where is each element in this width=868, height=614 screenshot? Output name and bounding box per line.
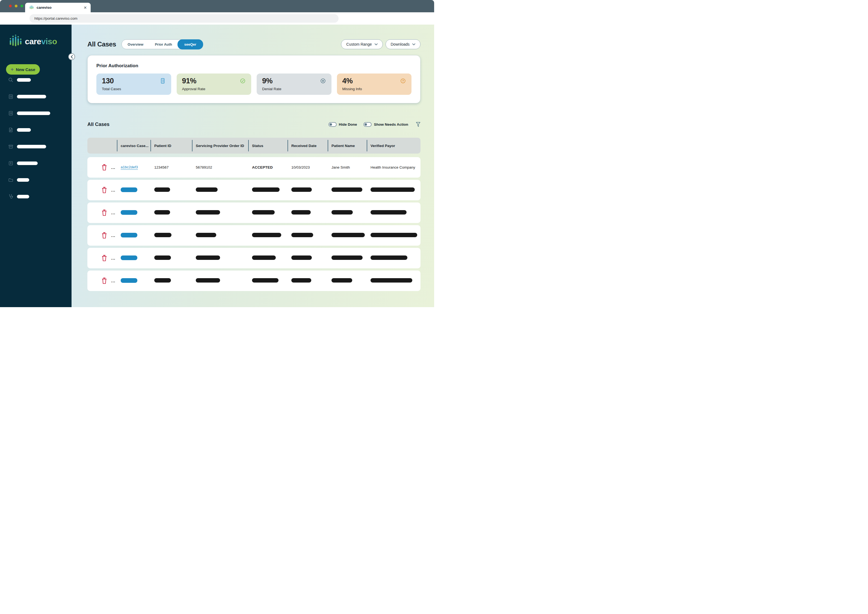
- show-needs-action-toggle[interactable]: [363, 122, 372, 127]
- column-actions: [87, 138, 117, 154]
- row-menu-ellipsis[interactable]: ...: [111, 233, 116, 238]
- cases-section-header: All Cases Hide Done Show Needs Action: [87, 120, 420, 129]
- redacted-value: [332, 187, 362, 192]
- redacted-value: [370, 233, 417, 237]
- row-menu-ellipsis[interactable]: ...: [111, 256, 116, 260]
- order-id-cell: 56789102: [192, 165, 248, 169]
- url-bar[interactable]: https://portal.careviso.com: [29, 14, 339, 23]
- browser-window: careviso ✕ https://portal.careviso.com c: [0, 0, 434, 307]
- redacted-value: [291, 187, 312, 192]
- table-row-redacted: ...: [87, 225, 420, 246]
- redacted-value: [291, 233, 313, 237]
- tab-seeqer[interactable]: seeQer: [177, 39, 203, 50]
- window-titlebar: careviso ✕: [0, 0, 434, 12]
- column-status: Status: [248, 138, 288, 154]
- sidebar: careviso + New Case: [0, 25, 71, 307]
- redacted-value: [370, 187, 415, 192]
- redacted-value: [154, 233, 172, 237]
- case-id-link[interactable]: a1bc2def3: [121, 165, 138, 170]
- check-circle-icon: [240, 78, 246, 84]
- careviso-favicon: [29, 5, 34, 10]
- sidebar-item-1[interactable]: [0, 76, 71, 84]
- sidebar-item-3[interactable]: [0, 109, 71, 117]
- redacted-label: [17, 195, 29, 198]
- question-circle-icon: ?: [400, 78, 406, 84]
- stat-missing-info: 4% ? Missing Info: [337, 73, 412, 95]
- header-actions: Custom Range Downloads: [341, 39, 420, 49]
- redacted-value: [252, 233, 281, 237]
- folder-icon: [8, 177, 13, 182]
- case-id-link-redacted[interactable]: [121, 210, 137, 215]
- clipboard-icon: [160, 78, 166, 84]
- zoom-window-button[interactable]: [20, 5, 23, 8]
- trash-icon[interactable]: [102, 232, 107, 239]
- row-menu-ellipsis[interactable]: ...: [111, 211, 116, 215]
- minimize-window-button[interactable]: [15, 5, 17, 8]
- redacted-value: [332, 233, 365, 237]
- patient-id-cell: 1234567: [150, 165, 192, 169]
- custom-range-dropdown[interactable]: Custom Range: [341, 39, 383, 49]
- redacted-value: [154, 278, 171, 283]
- column-patient-name: Patient Name: [328, 138, 367, 154]
- prior-auth-card: Prior Authorization 130 Total Cases 91%: [87, 55, 420, 103]
- received-date-cell: 10/03/2023: [288, 165, 328, 169]
- case-id-link-redacted[interactable]: [121, 278, 137, 283]
- redacted-value: [154, 210, 170, 215]
- file-text-icon: [8, 127, 13, 132]
- page-header: All Cases Overview Prior Auth seeQer Cus…: [87, 39, 420, 49]
- redacted-value: [252, 278, 279, 283]
- trash-icon[interactable]: [102, 164, 107, 171]
- redacted-label: [17, 128, 31, 132]
- new-case-button[interactable]: + New Case: [6, 64, 40, 75]
- svg-text:?: ?: [402, 79, 404, 82]
- sidebar-item-7[interactable]: [0, 176, 71, 183]
- sidebar-item-2[interactable]: [0, 93, 71, 100]
- row-menu-ellipsis[interactable]: ...: [111, 165, 116, 169]
- filter-button[interactable]: [416, 122, 420, 127]
- status-cell: ACCEPTED: [248, 165, 288, 169]
- clipboard-list-icon: [8, 111, 13, 116]
- redacted-value: [332, 278, 352, 283]
- tab-prior-auth[interactable]: Prior Auth: [149, 40, 178, 49]
- x-circle-icon: [320, 78, 326, 84]
- redacted-label: [17, 78, 31, 82]
- case-id-link-redacted[interactable]: [121, 187, 137, 192]
- redacted-value: [332, 255, 363, 260]
- archive-box-icon: [8, 144, 13, 149]
- redacted-label: [17, 95, 46, 98]
- column-verified-payor: Verified Payor: [367, 138, 420, 154]
- tab-overview[interactable]: Overview: [122, 40, 149, 49]
- redacted-value: [370, 278, 412, 283]
- case-id-link-redacted[interactable]: [121, 233, 137, 238]
- sidebar-item-8[interactable]: [0, 193, 71, 200]
- stat-tiles: 130 Total Cases 91% Approval Rate: [96, 73, 411, 95]
- redacted-value: [154, 187, 170, 192]
- redacted-value: [252, 210, 275, 215]
- careviso-logo: careviso: [9, 34, 71, 49]
- careviso-logomark-icon: [9, 34, 22, 49]
- trash-icon[interactable]: [102, 255, 107, 261]
- case-id-link-redacted[interactable]: [121, 255, 137, 260]
- column-received-date: Received Date: [288, 138, 328, 154]
- row-menu-ellipsis[interactable]: ...: [111, 188, 116, 192]
- browser-tab[interactable]: careviso ✕: [25, 3, 91, 12]
- url-text: https://portal.careviso.com: [34, 16, 78, 20]
- redacted-value: [196, 187, 218, 192]
- trash-icon[interactable]: [102, 277, 107, 284]
- sidebar-item-5[interactable]: [0, 143, 71, 150]
- row-menu-ellipsis[interactable]: ...: [111, 279, 116, 283]
- sidebar-item-6[interactable]: [0, 159, 71, 167]
- downloads-dropdown[interactable]: Downloads: [386, 39, 420, 49]
- sidebar-item-4[interactable]: [0, 126, 71, 134]
- tab-close-icon[interactable]: ✕: [84, 5, 87, 10]
- close-window-button[interactable]: [9, 5, 12, 8]
- table-row-redacted: ...: [87, 180, 420, 200]
- hide-done-toggle[interactable]: [329, 122, 337, 127]
- redacted-value: [196, 255, 220, 260]
- main-content: All Cases Overview Prior Auth seeQer Cus…: [71, 25, 434, 307]
- trash-icon[interactable]: [102, 187, 107, 193]
- trash-icon[interactable]: [102, 209, 107, 216]
- redacted-value: [196, 233, 216, 237]
- redacted-value: [291, 210, 311, 215]
- sidebar-collapse-button[interactable]: [68, 53, 75, 60]
